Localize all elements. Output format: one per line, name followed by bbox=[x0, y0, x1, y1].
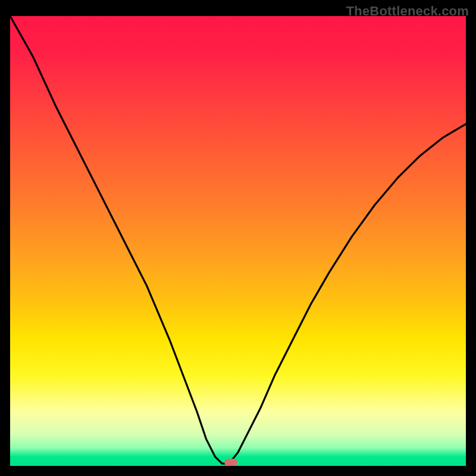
watermark-text: TheBottleneck.com bbox=[346, 4, 469, 19]
plot-area bbox=[10, 16, 466, 466]
chart-frame: TheBottleneck.com bbox=[0, 0, 476, 476]
optimal-marker bbox=[224, 459, 237, 466]
curve-path bbox=[10, 16, 466, 464]
bottleneck-curve bbox=[10, 16, 466, 466]
